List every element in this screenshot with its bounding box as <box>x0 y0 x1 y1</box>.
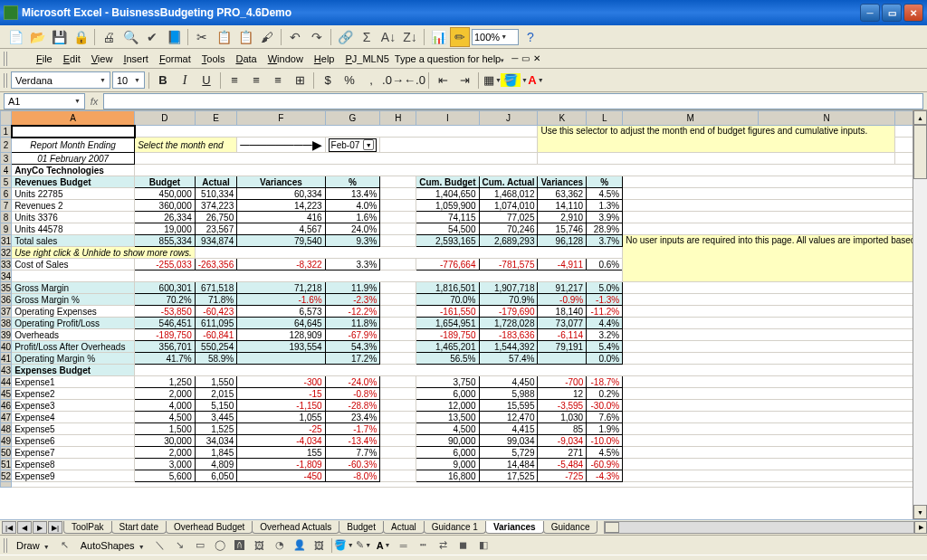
copy-button[interactable]: 📋 <box>214 27 234 47</box>
row-header-47[interactable]: 47 <box>1 412 12 423</box>
col-header-G[interactable]: G <box>325 111 380 126</box>
col-header-A[interactable]: A <box>12 111 135 126</box>
row-header-9[interactable]: 9 <box>1 223 12 235</box>
menu-edit[interactable]: Edit <box>58 52 86 66</box>
autoshapes-menu[interactable]: AutoShapes ▼ <box>77 540 148 551</box>
help-button[interactable]: ? <box>521 27 540 47</box>
fill-color-button-draw[interactable]: 🪣▼ <box>336 537 352 554</box>
arrow-button[interactable]: ↘ <box>172 537 188 554</box>
wordart-button[interactable]: 🖼 <box>252 537 268 554</box>
rectangle-button[interactable]: ▭ <box>192 537 208 554</box>
sheet-tab-variances[interactable]: Variances <box>485 521 544 534</box>
row-header-43[interactable]: 43 <box>1 365 12 376</box>
cell-a1[interactable] <box>12 126 135 138</box>
name-box[interactable]: A1▼ <box>4 93 85 109</box>
worksheet-grid[interactable]: A D E F G H I J K L M N O P 1Use this se… <box>0 110 927 519</box>
line-style-button[interactable]: ═ <box>396 537 412 554</box>
row-header-38[interactable]: 38 <box>1 318 12 329</box>
align-left-button[interactable]: ≡ <box>225 71 244 90</box>
sheet-tab-guidance-1[interactable]: Guidance 1 <box>424 521 486 534</box>
row-header-39[interactable]: 39 <box>1 329 12 341</box>
menu-view[interactable]: View <box>86 52 119 66</box>
col-header-E[interactable]: E <box>195 111 236 126</box>
menu-format[interactable]: Format <box>154 52 196 66</box>
new-button[interactable]: 📄 <box>5 27 25 47</box>
underline-button[interactable]: U <box>196 71 216 90</box>
scroll-up-button[interactable]: ▲ <box>913 110 927 125</box>
formula-bar[interactable] <box>103 93 923 109</box>
print-button[interactable]: 🖨 <box>99 27 119 47</box>
decrease-indent-button[interactable]: ⇤ <box>433 71 453 90</box>
month-cell[interactable]: Feb-07▼ <box>325 138 380 153</box>
col-header-K[interactable]: K <box>538 111 587 126</box>
diagram-button[interactable]: ◔ <box>272 537 288 554</box>
draw-menu[interactable]: Draw ▼ <box>13 540 53 551</box>
comma-button[interactable]: , <box>361 71 381 90</box>
drawing-button[interactable]: ✏ <box>450 27 470 47</box>
font-size-combo[interactable]: 10▼ <box>112 71 145 89</box>
borders-button[interactable]: ▦▼ <box>483 71 502 90</box>
autosum-button[interactable]: Σ <box>357 27 377 47</box>
paste-button[interactable]: 📋 <box>235 27 255 47</box>
row-header-52[interactable]: 52 <box>1 470 12 482</box>
row-header-2[interactable]: 2 <box>1 138 12 153</box>
sheet-tab-toolpak[interactable]: ToolPak <box>63 521 112 534</box>
row-header-7[interactable]: 7 <box>1 200 12 212</box>
row-header-48[interactable]: 48 <box>1 423 12 435</box>
row-header-44[interactable]: 44 <box>1 376 12 388</box>
sheet-tab-guidance[interactable]: Guidance <box>543 521 598 534</box>
fx-button[interactable]: fx <box>85 96 103 107</box>
sheet-tab-overhead-budget[interactable]: Overhead Budget <box>166 521 253 534</box>
fill-color-button[interactable]: 🪣▼ <box>504 71 524 90</box>
spellcheck-button[interactable]: ✔ <box>142 27 162 47</box>
row-header-33[interactable]: 33 <box>1 259 12 271</box>
picture-button[interactable]: 🖼 <box>311 537 328 554</box>
merge-button[interactable]: ⊞ <box>290 71 310 90</box>
menu-insert[interactable]: Insert <box>118 52 154 66</box>
clipart-button[interactable]: 👤 <box>291 537 308 554</box>
row-header-31[interactable]: 31 <box>1 235 12 247</box>
col-header-H[interactable]: H <box>380 111 416 126</box>
format-painter-button[interactable]: 🖌 <box>257 27 277 47</box>
select-objects-button[interactable]: ↖ <box>57 537 73 554</box>
textbox-button[interactable]: 🅰 <box>232 537 248 554</box>
doc-close[interactable]: ✕ <box>533 53 540 63</box>
sort-asc-button[interactable]: A↓ <box>378 27 398 47</box>
undo-button[interactable]: ↶ <box>285 27 305 47</box>
col-header-N[interactable]: N <box>759 111 894 126</box>
col-header-F[interactable]: F <box>237 111 325 126</box>
redo-button[interactable]: ↷ <box>307 27 327 47</box>
tab-nav-3[interactable]: ▶| <box>48 521 62 534</box>
print-preview-button[interactable]: 🔍 <box>120 27 140 47</box>
hscroll-thumb[interactable] <box>605 522 619 533</box>
menu-file[interactable]: File <box>31 52 58 66</box>
row-header-32[interactable]: 32 <box>1 247 12 259</box>
scroll-down-button[interactable]: ▼ <box>913 505 927 519</box>
currency-button[interactable]: $ <box>318 71 338 90</box>
hscroll-right[interactable]: ▶ <box>914 521 927 534</box>
row-header-40[interactable]: 40 <box>1 341 12 353</box>
sheet-tab-start-date[interactable]: Start date <box>111 521 167 534</box>
hyperlink-button[interactable]: 🔗 <box>335 27 355 47</box>
align-right-button[interactable]: ≡ <box>268 71 288 90</box>
percent-button[interactable]: % <box>339 71 359 90</box>
line-button[interactable]: ＼ <box>152 537 168 554</box>
row-header-8[interactable]: 8 <box>1 212 12 223</box>
doc-minimize[interactable]: ─ <box>511 53 518 63</box>
row-header-49[interactable]: 49 <box>1 435 12 447</box>
tab-nav-1[interactable]: ◀ <box>17 521 32 534</box>
col-header-L[interactable]: L <box>587 111 623 126</box>
row-header-4[interactable]: 4 <box>1 165 12 176</box>
row-header-5[interactable]: 5 <box>1 176 12 188</box>
line-color-button[interactable]: ✎▼ <box>356 537 372 554</box>
bold-button[interactable]: B <box>153 71 173 90</box>
row-header-36[interactable]: 36 <box>1 294 12 306</box>
row-header-46[interactable]: 46 <box>1 400 12 412</box>
col-header-M[interactable]: M <box>623 111 759 126</box>
oval-button[interactable]: ◯ <box>212 537 228 554</box>
menu-tools[interactable]: Tools <box>196 52 231 66</box>
row-header-45[interactable]: 45 <box>1 388 12 400</box>
zoom-combo[interactable]: 100%▼ <box>472 29 519 45</box>
row-header-6[interactable]: 6 <box>1 188 12 200</box>
row-header-41[interactable]: 41 <box>1 353 12 365</box>
